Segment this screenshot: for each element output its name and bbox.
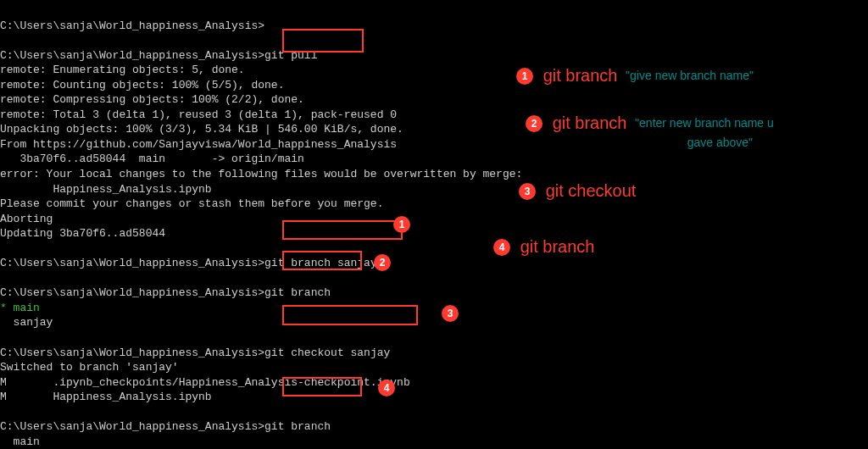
checkout-line-3: M Happiness_Analysis.ipynb — [0, 391, 212, 403]
git-pull-line-1: remote: Enumerating objects: 5, done. — [0, 64, 245, 76]
legend-cmd-3: git checkout — [546, 181, 637, 200]
prompt-0: C:\Users\sanja\World_happiness_Analysis> — [0, 19, 264, 32]
legend-note-2: "enter new branch name u — [635, 116, 774, 130]
git-pull-line-12: Updating 3ba70f6..ad58044 — [0, 227, 165, 240]
checkout-line-1: Switched to branch 'sanjay' — [0, 361, 179, 374]
branch-list1-other: sanjay — [0, 316, 53, 329]
legend-item-2: 2 git branch "enter new branch name u ga… — [526, 112, 774, 151]
legend-item-3: 3 git checkout — [519, 180, 636, 202]
legend-note-1: "give new branch name" — [626, 69, 754, 82]
legend-num-1: 1 — [516, 68, 533, 85]
branch-list2-other: main — [0, 435, 40, 448]
prompt-5[interactable]: C:\Users\sanja\World_happiness_Analysis>… — [0, 420, 331, 433]
git-pull-line-4: remote: Total 3 (delta 1), reused 3 (del… — [0, 108, 397, 121]
git-pull-line-11: Aborting — [0, 213, 53, 225]
git-pull-line-10: Please commit your changes or stash them… — [0, 197, 383, 210]
legend-cmd-1: git branch — [543, 66, 618, 85]
git-pull-line-6: From https://github.com/Sanjayviswa/Worl… — [0, 138, 397, 151]
git-pull-line-5: Unpacking objects: 100% (3/3), 5.34 KiB … — [0, 123, 403, 136]
terminal-output: C:\Users\sanja\World_happiness_Analysis>… — [0, 0, 522, 449]
legend-cmd-2: git branch — [553, 114, 627, 132]
legend-item-4: 4 git branch — [493, 236, 594, 258]
legend-num-2: 2 — [526, 115, 542, 132]
legend-num-3: 3 — [519, 183, 536, 200]
legend-note-2b: gave above" — [666, 135, 774, 151]
branch-list1-active: * main — [0, 302, 40, 314]
prompt-4[interactable]: C:\Users\sanja\World_happiness_Analysis>… — [0, 346, 390, 359]
git-pull-line-9: Happiness_Analysis.ipynb — [0, 183, 212, 196]
prompt-2[interactable]: C:\Users\sanja\World_happiness_Analysis>… — [0, 257, 377, 269]
git-pull-line-2: remote: Counting objects: 100% (5/5), do… — [0, 79, 284, 91]
git-pull-line-3: remote: Compressing objects: 100% (2/2),… — [0, 93, 304, 106]
checkout-line-2: M .ipynb_checkpoints/Happiness_Analysis-… — [0, 376, 410, 389]
legend-num-4: 4 — [493, 239, 510, 256]
prompt-3[interactable]: C:\Users\sanja\World_happiness_Analysis>… — [0, 286, 331, 299]
legend-cmd-4: git branch — [520, 237, 595, 256]
git-pull-line-8: error: Your local changes to the followi… — [0, 168, 522, 180]
git-pull-line-7: 3ba70f6..ad58044 main -> origin/main — [0, 152, 304, 165]
legend-item-1: 1 git branch "give new branch name" — [516, 64, 754, 87]
prompt-1[interactable]: C:\Users\sanja\World_happiness_Analysis>… — [0, 49, 317, 62]
